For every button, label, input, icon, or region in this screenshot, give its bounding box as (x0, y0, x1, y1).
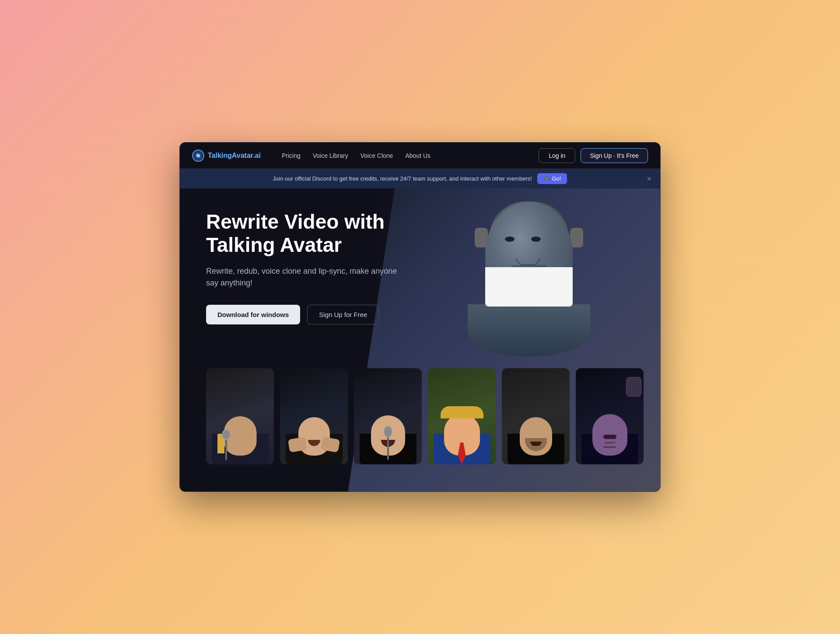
avatar-5-face-shape (520, 417, 552, 456)
logo-text: TalkingAvatar.ai (208, 152, 261, 160)
logo-icon (192, 150, 204, 162)
avatar-trump[interactable] (428, 368, 496, 464)
download-button[interactable]: Download for windows (206, 305, 300, 324)
avatar-1-mic-head (222, 429, 231, 440)
avatar-4-hair (441, 406, 483, 418)
banner-close-button[interactable]: × (647, 175, 651, 183)
avatar-6-chin-line-1 (603, 446, 616, 448)
avatar-6-armor (626, 377, 641, 397)
avatar-2-mouth (308, 440, 320, 446)
nav-links: Pricing Voice Library Voice Clone About … (282, 152, 525, 159)
avatar-2-face (288, 386, 340, 464)
discord-banner-text: Join our official Discord to get free cr… (273, 175, 532, 182)
avatar-2-hand-right (321, 437, 340, 453)
hero-title: Rewrite Video with Talking Avatar (206, 210, 416, 257)
avatar-grid (180, 368, 660, 464)
login-button[interactable]: Log in (539, 148, 575, 163)
hero-signup-button[interactable]: Sign Up for Free (307, 305, 379, 324)
nav-voice-library[interactable]: Voice Library (313, 152, 348, 159)
avatar-elon-musk[interactable] (280, 368, 348, 464)
avatar-3-mic-stand (387, 434, 389, 460)
avatar-6-face (584, 386, 636, 464)
browser-window: TalkingAvatar.ai Pricing Voice Library V… (179, 142, 661, 492)
avatar-6-mouth (603, 435, 616, 439)
navbar: TalkingAvatar.ai Pricing Voice Library V… (180, 143, 660, 169)
discord-go-button[interactable]: 🎮 Go! (537, 173, 567, 184)
nav-actions: Log in Sign Up · It's Free (539, 148, 648, 163)
hero-section: Rewrite Video with Talking Avatar Rewrit… (180, 188, 660, 491)
avatar-1-mic-stand (225, 438, 227, 460)
avatar-steve-jobs[interactable] (502, 368, 570, 464)
nav-pricing[interactable]: Pricing (282, 152, 301, 159)
avatar-6-face-shape (592, 414, 627, 456)
avatar-4-face (436, 386, 488, 464)
hero-subtitle: Rewrite, redub, voice clone and lip-sync… (206, 265, 399, 289)
nav-voice-clone[interactable]: Voice Clone (360, 152, 393, 159)
avatar-5-face (510, 386, 562, 464)
signup-button[interactable]: Sign Up · It's Free (581, 148, 648, 163)
logo[interactable]: TalkingAvatar.ai (192, 150, 261, 162)
avatar-dicaprio[interactable] (354, 368, 422, 464)
avatar-thanos[interactable] (576, 368, 644, 464)
discord-banner: Join our official Discord to get free cr… (180, 169, 660, 188)
hero-content: Rewrite Video with Talking Avatar Rewrit… (180, 188, 660, 364)
avatar-jackie-chan[interactable] (206, 368, 274, 464)
avatar-3-mic-head (384, 426, 392, 437)
nav-about-us[interactable]: About Us (405, 152, 430, 159)
hero-buttons: Download for windows Sign Up for Free (206, 305, 634, 324)
avatar-6-chin-line-2 (605, 442, 615, 443)
